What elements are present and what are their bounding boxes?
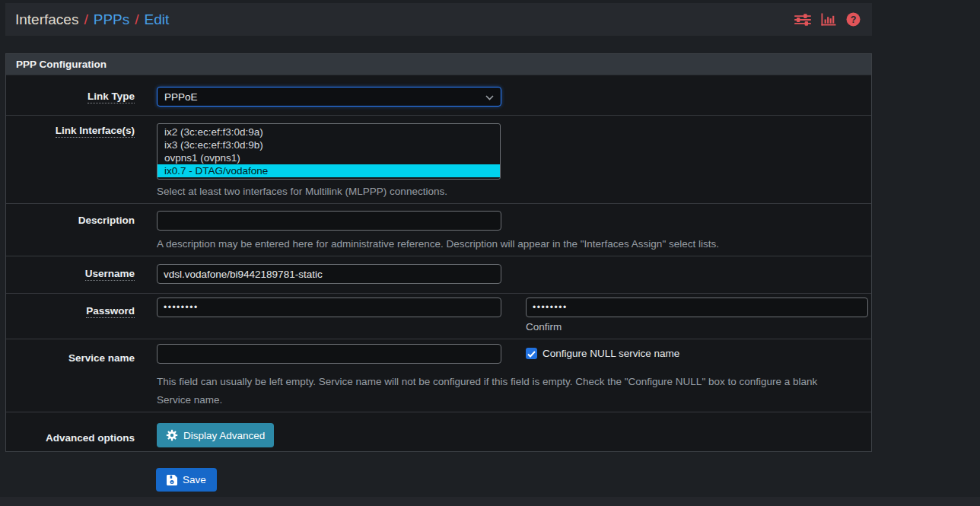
panel-body: Link Type PPPoE Link Interface(s) ix2 (3… [6, 75, 871, 451]
chevron-down-icon [485, 91, 494, 103]
service-name-help: This field can usually be left empty. Se… [157, 373, 842, 409]
password-label: Password [6, 298, 135, 333]
configure-null-label: Configure NULL service name [542, 348, 679, 359]
breadcrumb-link-ppps[interactable]: PPPs [94, 11, 130, 28]
description-label: Description [6, 211, 135, 250]
save-row: Save [156, 468, 872, 492]
navbar: Interfaces / PPPs / Edit [5, 3, 872, 36]
help-icon[interactable]: ? [846, 12, 861, 27]
configure-null-checkbox-group[interactable]: Configure NULL service name [526, 344, 679, 359]
description-row: Description A description may be entered… [6, 203, 871, 256]
link-interfaces-row: Link Interface(s) ix2 (3c:ec:ef:f3:0d:9a… [6, 115, 871, 203]
username-row: Username [6, 256, 871, 293]
breadcrumb-separator: / [135, 11, 138, 28]
breadcrumb: Interfaces / PPPs / Edit [15, 11, 169, 28]
check-icon [527, 347, 536, 361]
navbar-icons: ? [794, 12, 861, 27]
service-name-input[interactable] [157, 344, 501, 364]
gear-icon [166, 429, 178, 441]
breadcrumb-separator: / [84, 11, 88, 28]
chart-bar-icon[interactable] [821, 13, 836, 26]
link-type-label: Link Type [6, 87, 135, 107]
panel-title: PPP Configuration [6, 54, 871, 75]
list-option[interactable]: ix3 (3c:ec:ef:f3:0d:9b) [158, 138, 500, 151]
password-confirm-input[interactable] [526, 298, 868, 317]
link-type-selected-value: PPPoE [164, 91, 198, 103]
description-help: A description may be entered here for ad… [157, 238, 871, 250]
sliders-icon[interactable] [794, 14, 811, 26]
display-advanced-label: Display Advanced [183, 430, 265, 441]
floppy-icon [167, 475, 177, 485]
advanced-options-row: Advanced options [6, 412, 871, 451]
breadcrumb-link-interfaces[interactable]: Interfaces [15, 11, 78, 28]
link-type-row: Link Type PPPoE [6, 75, 871, 115]
page: Interfaces / PPPs / Edit [5, 3, 872, 492]
footer-bar [0, 497, 980, 506]
svg-text:?: ? [851, 14, 857, 25]
service-name-row: Service name Configure NULL service name [6, 339, 871, 412]
list-option[interactable]: ovpns1 (ovpns1) [158, 151, 500, 164]
save-button[interactable]: Save [156, 468, 217, 492]
save-label: Save [183, 474, 206, 485]
link-interfaces-listbox[interactable]: ix2 (3c:ec:ef:f3:0d:9a) ix3 (3c:ec:ef:f3… [157, 123, 501, 180]
breadcrumb-link-edit[interactable]: Edit [145, 11, 170, 28]
confirm-label: Confirm [526, 321, 868, 333]
configure-null-checkbox[interactable] [526, 348, 537, 359]
advanced-options-label: Advanced options [6, 423, 135, 447]
list-option[interactable]: ix2 (3c:ec:ef:f3:0d:9a) [158, 126, 500, 138]
link-interfaces-help: Select at least two interfaces for Multi… [157, 186, 871, 197]
password-input[interactable] [157, 298, 501, 317]
link-type-select[interactable]: PPPoE [157, 87, 501, 107]
display-advanced-button[interactable]: Display Advanced [157, 423, 274, 447]
ppp-configuration-panel: PPP Configuration Link Type PPPoE Link I… [5, 53, 872, 452]
username-input[interactable] [157, 264, 501, 284]
service-name-label: Service name [6, 344, 135, 409]
password-row: Password Confirm [6, 293, 871, 339]
link-interfaces-label: Link Interface(s) [6, 123, 135, 197]
username-label: Username [6, 264, 135, 284]
list-option-selected[interactable]: ix0.7 - DTAG/vodafone [158, 164, 500, 177]
description-input[interactable] [157, 211, 501, 231]
